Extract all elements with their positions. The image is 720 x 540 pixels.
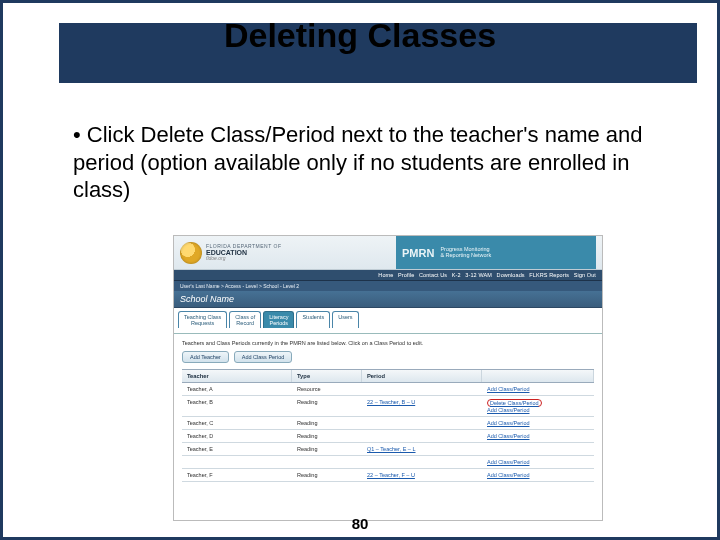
table-row: Teacher, B Reading 22 – Teacher, B – U D… — [182, 396, 594, 417]
add-teacher-button[interactable]: Add Teacher — [182, 351, 229, 363]
top-nav: Home Profile Contact Us K-2 3-12 WAM Dow… — [174, 270, 602, 281]
pmrn-banner: PMRN Progress Monitoring & Reporting Net… — [396, 236, 596, 269]
col-teacher: Teacher — [182, 370, 292, 382]
tab-class-of-record[interactable]: Class ofRecord — [229, 311, 261, 328]
cell-actions: Add Class/Period — [482, 430, 594, 442]
tab-teaching-class[interactable]: Teaching ClassRequests — [178, 311, 227, 328]
pmrn-logo: PMRN — [402, 247, 434, 259]
add-class-period-link[interactable]: Add Class/Period — [487, 433, 530, 439]
table-row: Add Class/Period — [182, 456, 594, 469]
breadcrumb: User's Last Name > Access - Level > Scho… — [174, 281, 602, 291]
table-row: Teacher, D Reading Add Class/Period — [182, 430, 594, 443]
cell-teacher: Teacher, F — [182, 469, 292, 481]
period-link[interactable]: 22 – Teacher, B – U — [367, 399, 415, 405]
nav-contact[interactable]: Contact Us — [419, 272, 447, 278]
cell-actions: Add Class/Period — [482, 469, 594, 481]
pmrn-sub2: & Reporting Network — [440, 253, 491, 259]
add-class-period-link[interactable]: Add Class/Period — [487, 472, 530, 478]
nav-home[interactable]: Home — [378, 272, 393, 278]
tab-bar: Teaching ClassRequests Class ofRecord Li… — [174, 308, 602, 334]
table-header: Teacher Type Period — [182, 369, 594, 383]
embedded-screenshot: FLORIDA DEPARTMENT OF EDUCATION fldoe.or… — [173, 235, 603, 521]
add-class-period-link[interactable]: Add Class/Period — [487, 459, 530, 465]
florida-seal-icon — [180, 242, 202, 264]
instruction-text: Teachers and Class Periods currently in … — [174, 334, 602, 351]
nav-signout[interactable]: Sign Out — [574, 272, 596, 278]
col-type: Type — [292, 370, 362, 382]
period-link[interactable]: 22 – Teacher, F – U — [367, 472, 415, 478]
cell-type: Reading — [292, 443, 362, 455]
cell-type: Reading — [292, 469, 362, 481]
nav-downloads[interactable]: Downloads — [497, 272, 525, 278]
dept-line3: fldoe.org — [206, 256, 282, 261]
dept-of-ed-logo-text: FLORIDA DEPARTMENT OF EDUCATION fldoe.or… — [206, 244, 282, 261]
table-row: Teacher, E Reading Q1 – Teacher, E – L — [182, 443, 594, 456]
cell-actions: Add Class/Period — [482, 383, 594, 395]
nav-k2[interactable]: K-2 — [452, 272, 461, 278]
teacher-table: Teacher Type Period Teacher, A Resource … — [182, 369, 594, 482]
cell-teacher: Teacher, B — [182, 396, 292, 416]
cell-type: Reading — [292, 417, 362, 429]
cell-teacher: Teacher, D — [182, 430, 292, 442]
cell-actions: Delete Class/PeriodAdd Class/Period — [482, 396, 594, 416]
period-link[interactable]: Q1 – Teacher, E – L — [367, 446, 416, 452]
cell-actions: Add Class/Period — [482, 456, 594, 468]
page-number: 80 — [3, 515, 717, 532]
cell-teacher: Teacher, A — [182, 383, 292, 395]
add-class-period-link[interactable]: Add Class/Period — [487, 420, 530, 426]
action-buttons: Add Teacher Add Class Period — [174, 351, 602, 369]
table-row: Teacher, F Reading 22 – Teacher, F – U A… — [182, 469, 594, 482]
bullet-content: Click Delete Class/Period next to the te… — [73, 122, 643, 202]
nav-312wam[interactable]: 3-12 WAM — [465, 272, 492, 278]
bullet-text: • Click Delete Class/Period next to the … — [73, 121, 657, 204]
cell-period — [362, 417, 482, 429]
tab-users[interactable]: Users — [332, 311, 358, 328]
cell-type: Resource — [292, 383, 362, 395]
cell-teacher: Teacher, E — [182, 443, 292, 455]
nav-profile[interactable]: Profile — [398, 272, 414, 278]
cell-teacher: Teacher, C — [182, 417, 292, 429]
cell-period — [362, 383, 482, 395]
school-name: School Name — [174, 291, 602, 308]
cell-type: Reading — [292, 396, 362, 416]
col-period: Period — [362, 370, 482, 382]
slide-title: Deleting Classes — [3, 16, 717, 55]
table-row: Teacher, C Reading Add Class/Period — [182, 417, 594, 430]
app-header: FLORIDA DEPARTMENT OF EDUCATION fldoe.or… — [174, 236, 602, 270]
cell-actions: Add Class/Period — [482, 417, 594, 429]
add-class-period-link[interactable]: Add Class/Period — [487, 407, 530, 413]
cell-type: Reading — [292, 430, 362, 442]
tab-literacy-periods[interactable]: LiteracyPeriods — [263, 311, 294, 328]
cell-period — [362, 430, 482, 442]
nav-flkrs[interactable]: FLKRS Reports — [529, 272, 569, 278]
table-row: Teacher, A Resource Add Class/Period — [182, 383, 594, 396]
add-class-period-button[interactable]: Add Class Period — [234, 351, 293, 363]
delete-class-period-link[interactable]: Delete Class/Period — [487, 399, 542, 407]
col-actions — [482, 370, 594, 382]
tab-students[interactable]: Students — [296, 311, 330, 328]
add-class-period-link[interactable]: Add Class/Period — [487, 386, 530, 392]
